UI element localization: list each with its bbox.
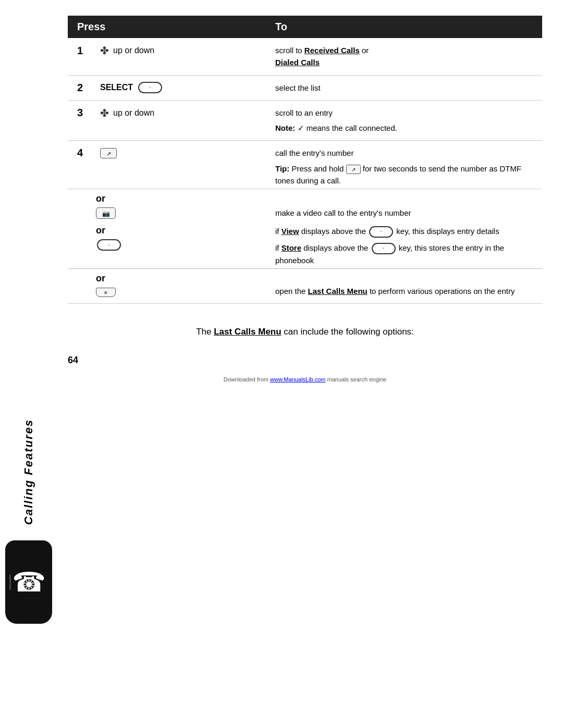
to-cell-menu: open the Last Calls Menu to perform vari… xyxy=(266,269,542,304)
download-footer: Downloaded from www.ManualsLib.com manua… xyxy=(68,376,542,382)
to-main-3: scroll to an entry xyxy=(275,107,533,119)
header-press: Press xyxy=(68,16,266,38)
to-text-1a: scroll to xyxy=(275,46,304,55)
to-cell-2: select the list xyxy=(266,75,542,100)
table-row: 2 SELECT select the list xyxy=(68,75,542,100)
table-header: Press To xyxy=(68,16,542,38)
received-calls-label: Received Calls xyxy=(304,46,360,55)
row-number-4: 4 xyxy=(77,147,96,159)
last-calls-menu-label: Last Calls Menu xyxy=(308,287,368,295)
or-label-3: or xyxy=(96,273,261,284)
row-number-1: 1 xyxy=(77,45,96,57)
phone-icon: ☎ xyxy=(5,540,52,624)
view-text: if View displays above the key, this dis… xyxy=(275,225,533,238)
or-label-2: or xyxy=(96,225,261,236)
soft-key-ref1 xyxy=(369,226,393,238)
download-link[interactable]: www.ManualsLib.com xyxy=(270,376,325,382)
footer-text: The Last Calls Menu can include the foll… xyxy=(68,325,542,339)
row-number-3: 3 xyxy=(77,107,96,119)
to-cell-3: scroll to an entry Note: ✓ means the cal… xyxy=(266,100,542,141)
page-wrapper: Calling Features ☎ Press To 1 ✤ xyxy=(0,0,563,728)
nav-icon-3: ✤ xyxy=(100,107,109,119)
to-text-1b: or xyxy=(360,46,369,55)
menu-text-pre: open the xyxy=(275,287,308,295)
soft-key-ref2 xyxy=(372,243,396,254)
note-3: Note: ✓ means the call connected. xyxy=(275,122,533,134)
footer-pre: The xyxy=(196,327,214,337)
footer-bold: Last Calls Menu xyxy=(214,327,281,337)
to-cell-soft: if View displays above the key, this dis… xyxy=(266,221,542,269)
tip-text: Press and hold xyxy=(291,164,346,173)
or-label-1: or xyxy=(96,193,261,204)
phone-handset-icon: ☎ xyxy=(12,569,46,596)
footer-post: can include the following options: xyxy=(282,327,414,337)
download-text: Downloaded from xyxy=(224,376,270,382)
table-row: 3 ✤ up or down scroll to an entry Note: … xyxy=(68,100,542,141)
press-text-3: up or down xyxy=(113,108,154,118)
header-to: To xyxy=(266,16,542,38)
tip-label: Tip: xyxy=(275,164,291,173)
to-main-4: call the entry's number xyxy=(275,147,533,159)
table-row-or3: or ≡ open the Last Calls Menu to perform… xyxy=(68,269,542,304)
table-row-or2: or if View displays above the key, this … xyxy=(68,221,542,269)
menu-text-post: to perform various operations on the ent… xyxy=(368,287,515,295)
view-label: View xyxy=(282,227,299,236)
send-key-icon: ↗ xyxy=(100,148,117,158)
tip-4: Tip: Press and hold ↗ for two seconds to… xyxy=(275,163,533,187)
row-number-2: 2 xyxy=(77,82,96,94)
sidebar: Calling Features ☎ xyxy=(0,0,57,728)
select-label: SELECT xyxy=(100,83,133,92)
note-label: Note: xyxy=(275,124,298,132)
video-key-icon: 📷 xyxy=(96,207,116,219)
note-text: ✓ means the call connected. xyxy=(298,124,397,132)
to-cell-video: make a video call to the entry's number xyxy=(266,189,542,221)
table-row: 4 ↗ call the entry's number Tip: Press a… xyxy=(68,141,542,189)
to-text-2: select the list xyxy=(275,83,321,92)
store-text: if Store displays above the key, this st… xyxy=(275,242,533,266)
nav-icon-1: ✤ xyxy=(100,44,109,57)
table-row-or1: or 📷 make a video call to the entry's nu… xyxy=(68,189,542,221)
download-suffix: manuals search engine xyxy=(325,376,386,382)
sidebar-label: Calling Features xyxy=(22,419,35,525)
page-number: 64 xyxy=(68,355,542,366)
instruction-table: Press To 1 ✤ up or down scroll to R xyxy=(68,16,542,304)
to-cell-1: scroll to Received Calls or Dialed Calls xyxy=(266,38,542,75)
table-row: 1 ✤ up or down scroll to Received Calls … xyxy=(68,38,542,75)
main-content: Press To 1 ✤ up or down scroll to R xyxy=(57,0,563,728)
store-label: Store xyxy=(282,243,301,252)
dialed-calls-label: Dialed Calls xyxy=(275,58,320,67)
video-text: make a video call to the entry's number xyxy=(275,208,411,217)
soft-key-icon xyxy=(97,239,121,251)
to-cell-4: call the entry's number Tip: Press and h… xyxy=(266,141,542,189)
tip-send-icon: ↗ xyxy=(346,165,361,174)
menu-key-icon: ≡ xyxy=(96,288,116,297)
select-key-icon xyxy=(138,82,162,93)
press-text-1: up or down xyxy=(113,46,154,55)
